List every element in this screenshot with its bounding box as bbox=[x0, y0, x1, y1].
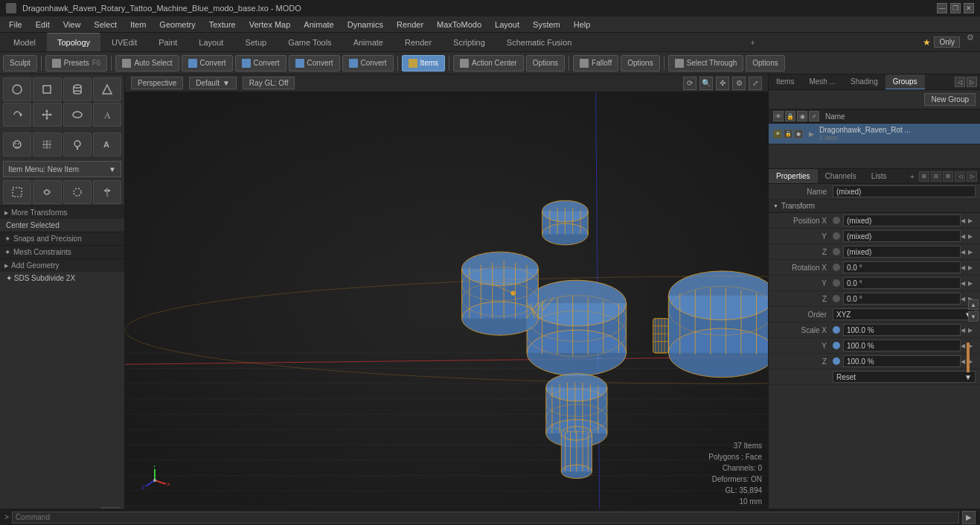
tab-layout[interactable]: Layout bbox=[188, 33, 234, 51]
tab-animate[interactable]: Animate bbox=[343, 33, 394, 51]
tab-settings-icon[interactable]: ⚙ bbox=[964, 33, 977, 51]
items-button[interactable]: Items bbox=[402, 55, 445, 71]
add-geometry-header[interactable]: ▶ Add Geometry bbox=[0, 258, 124, 272]
convert-button-1[interactable]: Convert bbox=[182, 55, 233, 71]
tab-render[interactable]: Render bbox=[394, 33, 442, 51]
convert-button-3[interactable]: Convert bbox=[289, 55, 340, 71]
tool-paint-sel[interactable] bbox=[63, 180, 92, 204]
tool-triangle[interactable] bbox=[93, 77, 121, 101]
menu-item[interactable]: Item bbox=[124, 19, 152, 31]
viewport-icon-settings[interactable]: ⚙ bbox=[732, 77, 746, 90]
viewport-icon-expand[interactable]: ⤢ bbox=[749, 77, 762, 90]
mesh-constraints-header[interactable]: ✦ Mesh Constraints bbox=[0, 245, 124, 258]
menu-geometry[interactable]: Geometry bbox=[153, 19, 201, 31]
prop-position-x-arrow[interactable]: ◀ bbox=[961, 217, 968, 224]
props-icon-expand[interactable]: ▷ bbox=[967, 171, 977, 182]
tool-blob[interactable] bbox=[63, 103, 92, 127]
tool-lasso[interactable] bbox=[33, 180, 61, 204]
viewport-icon-zoom[interactable]: 🔍 bbox=[699, 77, 713, 90]
list-item-expand[interactable]: ▶ bbox=[806, 129, 816, 139]
props-icon-3[interactable]: ⚙ bbox=[943, 171, 953, 182]
right-panel-shrink[interactable]: ◁ bbox=[955, 77, 965, 87]
more-transforms-header[interactable]: ▶ More Transforms bbox=[0, 206, 124, 219]
cmd-run-button[interactable]: ▶ bbox=[962, 511, 976, 524]
tab-schematic[interactable]: Schematic Fusion bbox=[496, 33, 582, 51]
menu-edit[interactable]: Edit bbox=[30, 19, 56, 31]
tool-cylinder[interactable] bbox=[63, 77, 92, 101]
props-arrow-up[interactable]: ▲ bbox=[968, 299, 979, 310]
prop-position-z-arrow[interactable]: ◀ bbox=[961, 249, 968, 255]
tool-brush[interactable] bbox=[63, 133, 92, 156]
options-button-3[interactable]: Options bbox=[746, 55, 784, 71]
menu-texture[interactable]: Texture bbox=[203, 19, 242, 31]
add-tab-button[interactable]: + bbox=[744, 33, 760, 51]
minimize-button[interactable]: — bbox=[937, 3, 947, 13]
select-through-button[interactable]: Select Through bbox=[668, 55, 744, 71]
props-icon-2[interactable]: ⊟ bbox=[931, 171, 941, 182]
tab-paint[interactable]: Paint bbox=[148, 33, 188, 51]
props-icon-1[interactable]: ⊞ bbox=[919, 171, 929, 182]
prop-rotation-y-arrow-r[interactable]: ▶ bbox=[968, 280, 976, 287]
menu-select[interactable]: Select bbox=[88, 19, 123, 31]
tab-items[interactable]: Items bbox=[769, 74, 801, 89]
menu-dynamics[interactable]: Dynamics bbox=[342, 19, 389, 31]
list-render-icon[interactable]: ◉ bbox=[797, 111, 807, 121]
prop-order-select[interactable]: XYZ ▼ bbox=[833, 308, 976, 320]
props-tab-channels[interactable]: Channels bbox=[818, 169, 864, 183]
list-eye-icon[interactable]: 👁 bbox=[773, 111, 784, 121]
falloff-button[interactable]: Falloff bbox=[573, 55, 618, 71]
action-center-button[interactable]: Action Center bbox=[453, 55, 524, 71]
prop-scale-z-value[interactable]: 100.0 % bbox=[843, 355, 961, 367]
transform-section-header[interactable]: ▼ Transform bbox=[769, 200, 980, 213]
center-selected-button[interactable]: Center Selected bbox=[0, 219, 124, 232]
new-group-button[interactable]: New Group bbox=[924, 93, 976, 106]
prop-position-z-arrow-r[interactable]: ▶ bbox=[968, 249, 976, 255]
prop-position-y-arrow-r[interactable]: ▶ bbox=[968, 233, 976, 240]
options-button-1[interactable]: Options bbox=[526, 55, 565, 71]
sculpt-button[interactable]: Sculpt bbox=[3, 55, 37, 71]
prop-position-y-value[interactable]: (mixed) bbox=[843, 230, 961, 242]
tab-scripting[interactable]: Scripting bbox=[443, 33, 496, 51]
tab-mesh[interactable]: Mesh ... bbox=[801, 74, 843, 89]
prop-rotation-z-value[interactable]: 0.0 ° bbox=[843, 293, 961, 305]
menu-file[interactable]: File bbox=[3, 19, 28, 31]
tab-groups[interactable]: Groups bbox=[885, 74, 925, 89]
prop-reset-select[interactable]: Reset ▼ bbox=[833, 371, 976, 383]
prop-scale-x-arrow-r[interactable]: ▶ bbox=[968, 327, 976, 334]
tool-box-sel[interactable] bbox=[3, 180, 31, 204]
menu-layout[interactable]: Layout bbox=[489, 19, 525, 31]
menu-system[interactable]: System bbox=[527, 19, 566, 31]
tab-shading[interactable]: Shading bbox=[843, 74, 885, 89]
raygl-dropdown[interactable]: Ray GL: Off bbox=[243, 77, 295, 89]
item-menu-button[interactable]: Item Menu: New Item ▼ bbox=[3, 161, 121, 177]
list-item-render[interactable]: ◉ bbox=[794, 130, 803, 139]
prop-position-x-value[interactable]: (mixed) bbox=[843, 214, 961, 226]
prop-scale-x-value[interactable]: 100.0 % bbox=[843, 324, 961, 336]
list-item-eye[interactable]: 👁 bbox=[773, 130, 782, 139]
tab-uvedit[interactable]: UVEdit bbox=[101, 33, 147, 51]
perspective-button[interactable]: Perspective bbox=[131, 77, 183, 89]
prop-rotation-x-value[interactable]: 0.0 ° bbox=[843, 261, 961, 273]
close-button[interactable]: ✕ bbox=[964, 3, 974, 13]
menu-animate[interactable]: Animate bbox=[298, 19, 339, 31]
props-arrow-down[interactable]: ▼ bbox=[968, 311, 979, 322]
prop-rotation-y-arrow[interactable]: ◀ bbox=[961, 280, 968, 287]
scene-canvas[interactable]: X Z Y 37 Items Polygons : Face Channels:… bbox=[125, 92, 768, 510]
right-panel-expand[interactable]: ▷ bbox=[967, 77, 977, 87]
list-item-lock[interactable]: 🔒 bbox=[784, 130, 792, 139]
menu-render[interactable]: Render bbox=[391, 19, 429, 31]
tab-model[interactable]: Model bbox=[3, 33, 46, 51]
tool-cube[interactable] bbox=[33, 77, 61, 101]
tool-text[interactable]: A bbox=[93, 103, 121, 127]
tab-setup[interactable]: Setup bbox=[234, 33, 277, 51]
prop-rotation-y-value[interactable]: 0.0 ° bbox=[843, 277, 961, 289]
prop-rotation-x-arrow-r[interactable]: ▶ bbox=[968, 264, 976, 271]
only-button[interactable]: Only bbox=[934, 36, 960, 48]
default-dropdown[interactable]: Default ▼ bbox=[189, 77, 237, 89]
convert-button-2[interactable]: Convert bbox=[235, 55, 286, 71]
menu-maxtomodo[interactable]: MaxToModo bbox=[431, 19, 487, 31]
list-item[interactable]: 👁 🔒 ◉ ▶ Dragonhawk_Raven_Rot ... 1 Item bbox=[769, 124, 980, 144]
sds-subdivide-button[interactable]: ✦ SDS Subdivide 2X bbox=[0, 272, 124, 284]
prop-position-y-arrow[interactable]: ◀ bbox=[961, 233, 968, 240]
props-icon-shrink[interactable]: ◁ bbox=[955, 171, 965, 182]
